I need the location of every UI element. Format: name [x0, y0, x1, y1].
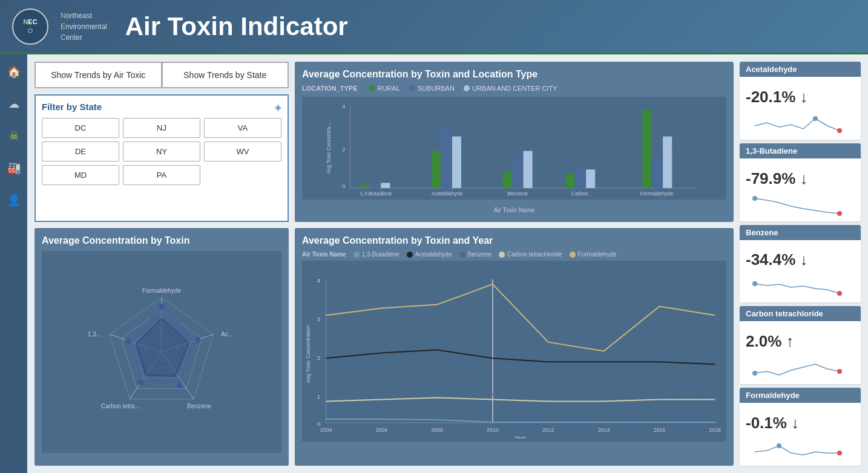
line-formaldehyde	[326, 284, 715, 351]
kpi-benzene-value: -34.4% ↓	[746, 250, 808, 269]
page-title: Air Toxin Indicator	[125, 12, 348, 41]
state-button-nj[interactable]: NJ	[123, 118, 200, 138]
state-button-dc[interactable]: DC	[42, 118, 119, 138]
line-benzene	[326, 383, 715, 396]
sidebar-home-icon[interactable]: 🏠	[5, 64, 22, 80]
bar-chart-svg: 4 2 0 1,3-Butadiene Acetaldehyd	[305, 100, 723, 197]
svg-text:Ac...: Ac...	[221, 331, 233, 338]
kpi-carbon-sparkline	[746, 358, 855, 379]
svg-text:2006: 2006	[375, 427, 387, 433]
kpi-butadiene-sparkline	[746, 195, 855, 217]
svg-text:Avg Toxic Concentra...: Avg Toxic Concentra...	[326, 123, 332, 174]
svg-text:2012: 2012	[542, 427, 554, 433]
kpi-butadiene-value: -79.9% ↓	[746, 169, 808, 188]
radar-chart-panel: Average Concentration by Toxin	[35, 228, 289, 466]
legend-suburban-label: SUBURBAN	[418, 85, 455, 92]
svg-point-57	[813, 116, 818, 121]
state-button-md[interactable]: MD	[42, 165, 119, 185]
bar-benzene-urban	[524, 151, 533, 188]
svg-text:2018: 2018	[709, 427, 721, 433]
svg-point-26	[177, 382, 183, 388]
legend-formal-line: Formaldehyde	[570, 251, 617, 258]
state-button-wv[interactable]: WV	[204, 142, 281, 161]
state-button-va[interactable]: VA	[204, 118, 281, 138]
bar-butadiene-rural	[360, 185, 369, 188]
line-chart-svg: 4 3 2 1 0 Avg Toxic Concentration 2004 2…	[305, 264, 723, 439]
svg-point-61	[752, 281, 757, 286]
legend-carbon-line: Carbon tetrachloride	[499, 251, 562, 258]
filter-clear-icon[interactable]: ◈	[275, 102, 281, 112]
legend-butadiene-line: 1,3-Butadiene	[353, 251, 399, 258]
svg-text:Benzene: Benzene	[507, 191, 528, 197]
trend-buttons: Show Trends by Air Toxic Show Trends by …	[35, 62, 289, 88]
svg-point-64	[837, 369, 842, 374]
svg-text:0: 0	[342, 183, 345, 189]
svg-point-60	[837, 211, 842, 216]
main-content: Show Trends by Air Toxic Show Trends by …	[27, 54, 868, 473]
bar-carbon-urban	[586, 169, 595, 188]
bar-acetal-suburban	[442, 126, 451, 188]
kpi-benzene-name: Benzene	[740, 225, 861, 240]
bar-carbon-suburban	[576, 169, 585, 188]
svg-text:2008: 2008	[431, 427, 443, 433]
svg-text:4: 4	[317, 277, 321, 284]
bar-carbon-rural	[565, 174, 574, 188]
kpi-acetaldehyde-value: -20.1% ↓	[746, 88, 808, 106]
kpi-card-benzene: Benzene -34.4% ↓	[740, 225, 861, 303]
legend-suburban-dot	[409, 85, 415, 91]
svg-point-25	[195, 337, 201, 343]
line-chart-title: Average Concentration by Toxin and Year	[302, 235, 726, 246]
svg-text:1: 1	[317, 393, 320, 400]
left-panel: Show Trends by Air Toxic Show Trends by …	[35, 62, 289, 222]
svg-text:3: 3	[317, 316, 321, 322]
bar-chart-area: 4 2 0 1,3-Butadiene Acetaldehyd	[302, 97, 726, 200]
svg-text:Benzene: Benzene	[187, 403, 211, 409]
state-button-de[interactable]: DE	[42, 142, 119, 161]
line-chart-area: 4 3 2 1 0 Avg Toxic Concentration 2004 2…	[302, 261, 726, 442]
legend-rural-label: RURAL	[377, 85, 399, 92]
logo-n: N	[23, 18, 28, 25]
svg-point-62	[837, 291, 842, 296]
kpi-formaldehyde-value: -0.1% ↓	[746, 414, 799, 432]
state-button-ny[interactable]: NY	[123, 142, 200, 161]
legend-urban-dot	[464, 85, 470, 91]
bar-chart-panel: Average Concentration by Toxin and Locat…	[295, 62, 734, 222]
show-trends-state-button[interactable]: Show Trends by State	[162, 62, 289, 88]
filter-by-state-panel: Filter by State ◈ DC NJ VA DE NY WV MD P…	[35, 94, 289, 222]
sidebar-toxic-icon[interactable]: ☠	[5, 128, 22, 145]
kpi-card-butadiene: 1,3-Butadiene -79.9% ↓	[740, 143, 861, 221]
sidebar-cloud-icon[interactable]: ☁	[5, 96, 22, 113]
svg-text:2: 2	[342, 146, 345, 152]
sidebar-user-icon[interactable]: 👤	[5, 192, 22, 209]
filter-header: Filter by State ◈	[42, 102, 281, 112]
svg-text:1,3...: 1,3...	[88, 331, 101, 338]
state-grid: DC NJ VA DE NY WV MD PA	[42, 118, 281, 185]
svg-point-59	[752, 196, 757, 201]
svg-point-58	[837, 128, 842, 133]
bar-benzene-suburban	[513, 155, 522, 188]
svg-text:2: 2	[317, 354, 320, 361]
line-chart-legend: Air Toxin Name 1,3-Butadiene Acetaldehyd…	[302, 251, 726, 258]
bar-chart-title: Average Concentration by Toxin and Locat…	[302, 69, 726, 80]
sidebar-factory-icon[interactable]: 🏭	[5, 160, 22, 177]
radar-svg: Formaldehyde Ac... Benzene Carbon tetra.…	[53, 273, 271, 431]
bar-benzene-rural	[503, 172, 512, 188]
svg-text:1,3-Butadiene: 1,3-Butadiene	[360, 191, 392, 197]
legend-rural-dot	[369, 85, 375, 91]
bar-butadiene-urban	[381, 183, 390, 188]
app-header: NEC ⬡ Northeast Environmental Center Air…	[0, 0, 868, 54]
line-butadiene	[326, 419, 715, 422]
state-button-pa[interactable]: PA	[123, 165, 200, 185]
svg-text:Carbon tetra...: Carbon tetra...	[101, 403, 140, 409]
svg-text:Year: Year	[514, 434, 527, 439]
legend-location-type-label: LOCATION_TYPE	[302, 85, 357, 92]
show-trends-air-toxic-button[interactable]: Show Trends by Air Toxic	[35, 62, 162, 88]
line-carbon	[326, 397, 715, 401]
filter-title: Filter by State	[42, 102, 102, 112]
svg-text:2010: 2010	[487, 427, 499, 433]
bar-butadiene-suburban	[370, 184, 380, 188]
radar-chart-title: Average Concentration by Toxin	[42, 235, 281, 246]
svg-text:2016: 2016	[654, 427, 666, 433]
bar-acetal-rural	[432, 151, 441, 188]
kpi-benzene-sparkline	[746, 276, 855, 298]
